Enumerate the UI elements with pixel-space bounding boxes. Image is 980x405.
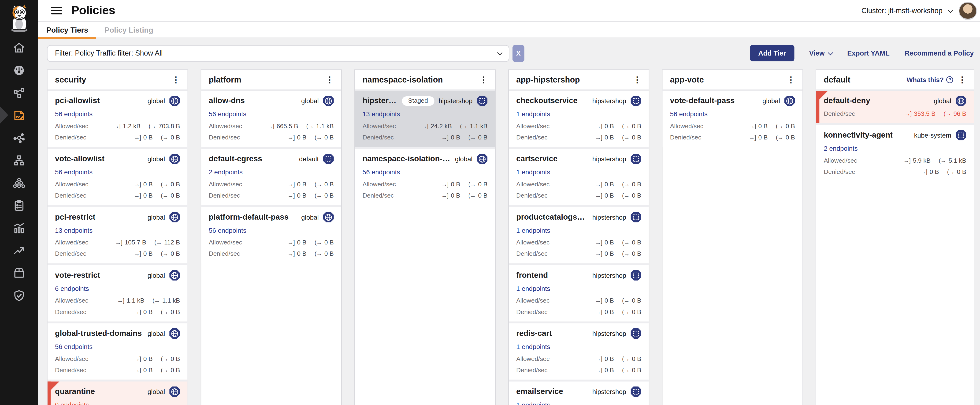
clear-filter-button[interactable]: X [512, 45, 525, 62]
allowed-ingress-value: 0 B [759, 122, 768, 130]
endpoints-link[interactable]: 56 endpoints [209, 226, 246, 234]
egress-icon: (→ [622, 297, 629, 304]
home-icon[interactable] [0, 36, 38, 59]
policy-card[interactable]: redis-cart hipstershop 1 endpoints Allow… [509, 321, 649, 379]
endpoints-link[interactable]: 1 endpoints [516, 343, 550, 350]
compliance-clipboard-icon[interactable] [0, 194, 38, 216]
denied-row: Denied/sec →]0 B (→0 B [670, 134, 795, 141]
tier-menu-kebab-icon[interactable]: ⋮ [326, 75, 334, 84]
tab-policy-tiers[interactable]: Policy Tiers [38, 22, 97, 38]
denied-label: Denied/sec [55, 308, 86, 316]
ingress-icon: →] [904, 110, 912, 117]
policy-card[interactable]: default-deny global Denied/sec →]353.5 B… [816, 91, 974, 123]
shield-check-icon[interactable] [0, 284, 38, 306]
namespace-badge [630, 270, 641, 280]
policy-card[interactable]: hipstershop-gh… Staged hipstershop 13 en… [355, 91, 495, 147]
policy-card[interactable]: vote-restrict global 6 endpoints Allowed… [48, 263, 188, 321]
endpoints-link[interactable]: 2 endpoints [209, 168, 243, 175]
policy-card[interactable]: global-trusted-domains global 56 endpoin… [48, 321, 188, 379]
policy-traffic-filter-select[interactable]: Filter: Policy Traffic filter: Show All [47, 45, 509, 62]
tier-menu-kebab-icon[interactable]: ⋮ [787, 75, 795, 84]
policy-scope-label: global [301, 97, 319, 105]
endpoints-link[interactable]: 1 endpoints [516, 400, 550, 405]
endpoints-link[interactable]: 56 endpoints [670, 110, 707, 117]
tier-menu-kebab-icon[interactable]: ⋮ [172, 75, 180, 84]
policy-card[interactable]: emailservice hipstershop 1 endpoints All… [509, 379, 649, 405]
policies-icon[interactable] [0, 104, 38, 126]
hamburger-menu-icon[interactable] [51, 6, 62, 15]
tier-menu-kebab-icon[interactable]: ⋮ [958, 75, 966, 84]
ingress-icon: →] [595, 122, 602, 130]
package-box-icon[interactable] [0, 261, 38, 284]
policy-card[interactable]: allow-dns global 56 endpoints Allowed/se… [201, 91, 341, 147]
denied-row: Denied/sec →]0 B (→0 B [516, 366, 641, 373]
denied-egress-value: 0 B [325, 192, 334, 199]
allowed-egress-value: 0 B [478, 180, 487, 188]
policy-card[interactable]: pci-restrict global 13 endpoints Allowed… [48, 205, 188, 263]
allowed-label: Allowed/sec [516, 180, 549, 188]
report-chart-icon[interactable] [0, 216, 38, 239]
whats-this-link[interactable]: Whats this? ? [907, 76, 953, 83]
endpoints-link[interactable]: 13 endpoints [363, 110, 400, 117]
endpoints-link[interactable]: 56 endpoints [55, 343, 92, 350]
chevron-down-icon [948, 8, 953, 13]
tier-title: namespace-isolation [363, 75, 443, 84]
policy-card[interactable]: cartservice hipstershop 1 endpoints Allo… [509, 147, 649, 205]
policy-name: allow-dns [209, 96, 245, 105]
endpoints-link[interactable]: 0 endpoints [55, 400, 89, 405]
ingress-icon: →] [441, 134, 448, 141]
whats-this-label: Whats this? [907, 76, 944, 83]
workloads-icon[interactable] [0, 171, 38, 194]
tab-policy-listing[interactable]: Policy Listing [96, 22, 161, 38]
user-avatar[interactable] [959, 2, 977, 20]
endpoints-link[interactable]: 56 endpoints [55, 168, 92, 175]
policy-card[interactable]: frontend hipstershop 1 endpoints Allowed… [509, 263, 649, 321]
view-dropdown-button[interactable]: View [809, 49, 832, 57]
denied-egress-value: 0 B [632, 366, 641, 373]
denied-label: Denied/sec [55, 192, 86, 199]
denied-label: Denied/sec [209, 134, 240, 141]
endpoints-link[interactable]: 56 endpoints [55, 110, 92, 117]
denied-ingress-value: 353.5 B [914, 110, 935, 117]
cluster-selector[interactable]: Cluster: jlt-msft-workshop [861, 7, 952, 14]
flow-visualization-icon[interactable] [0, 126, 38, 149]
endpoints-link[interactable]: 1 endpoints [516, 284, 550, 292]
service-graph-icon[interactable] [0, 81, 38, 104]
policy-card[interactable]: platform-default-pass global 56 endpoint… [201, 205, 341, 263]
tier-card-list: allow-dns global 56 endpoints Allowed/se… [201, 91, 341, 405]
active-page-notch [0, 107, 8, 124]
policy-card[interactable]: quarantine global 0 endpoints [48, 379, 188, 405]
endpoints-link[interactable]: 1 endpoints [516, 110, 550, 117]
endpoints-link[interactable]: 1 endpoints [516, 226, 550, 234]
ingress-icon: →] [288, 250, 295, 257]
endpoints-link[interactable]: 6 endpoints [55, 284, 89, 292]
endpoints-link[interactable]: 56 endpoints [209, 110, 246, 117]
policy-card[interactable]: checkoutservice hipstershop 1 endpoints … [509, 91, 649, 147]
endpoints-link[interactable]: 13 endpoints [55, 226, 92, 234]
namespace-badge [630, 153, 641, 164]
endpoints-link[interactable]: 2 endpoints [824, 144, 858, 151]
add-tier-button[interactable]: Add Tier [750, 45, 794, 61]
tier-menu-kebab-icon[interactable]: ⋮ [479, 75, 488, 84]
trend-line-icon[interactable] [0, 239, 38, 261]
global-badge [477, 153, 487, 164]
egress-icon: (→ [315, 192, 322, 199]
dashboard-gauge-icon[interactable] [0, 59, 38, 81]
network-tree-icon[interactable] [0, 149, 38, 171]
endpoints-link[interactable]: 1 endpoints [516, 168, 550, 175]
policy-card[interactable]: konnectivity-agent kube-system 2 endpoin… [816, 123, 974, 181]
endpoints-link[interactable]: 56 endpoints [363, 168, 400, 175]
tier-menu-kebab-icon[interactable]: ⋮ [633, 75, 641, 84]
policy-card[interactable]: productcatalogservice hipstershop 1 endp… [509, 205, 649, 263]
policy-card[interactable]: namespace-isolation-default-p… global 56… [355, 147, 495, 205]
policy-card[interactable]: pci-allowlist global 56 endpoints Allowe… [48, 91, 188, 147]
allowed-label: Allowed/sec [516, 239, 549, 246]
ingress-icon: →] [288, 192, 295, 199]
recommend-policy-button[interactable]: Recommend a Policy [905, 49, 974, 57]
export-yaml-button[interactable]: Export YAML [847, 49, 889, 57]
policy-card[interactable]: default-egress default 2 endpoints Allow… [201, 147, 341, 205]
policy-card[interactable]: vote-allowlist global 56 endpoints Allow… [48, 147, 188, 205]
policy-scope-label: global [455, 155, 473, 163]
policy-card[interactable]: vote-default-pass global 56 endpoints Al… [662, 91, 802, 147]
ingress-icon: →] [134, 250, 141, 257]
